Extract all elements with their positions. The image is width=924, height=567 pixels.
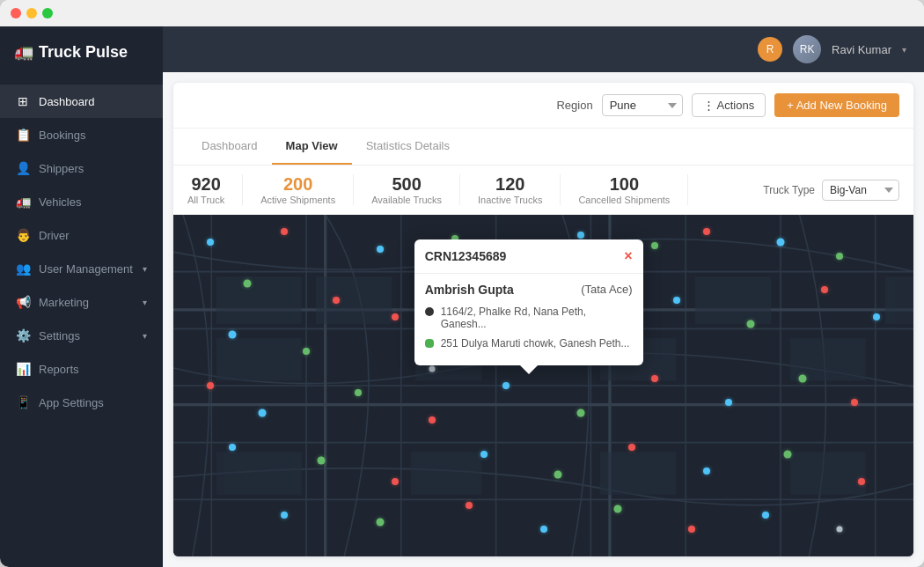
nav-label-bookings: Bookings bbox=[39, 129, 85, 142]
popup-header: CRN12345689 × bbox=[414, 239, 643, 274]
app-body: 🚛 Truck Pulse ⊞ Dashboard 📋 Bookings 👤 S… bbox=[0, 26, 924, 567]
sidebar-item-user-management[interactable]: 👥 User Management ▾ bbox=[0, 252, 163, 285]
map-dot-11[interactable] bbox=[333, 297, 340, 304]
map-dot-49[interactable] bbox=[429, 365, 436, 372]
sidebar-item-bookings[interactable]: 📋 Bookings bbox=[0, 118, 163, 151]
map-dot-32[interactable] bbox=[229, 444, 236, 451]
tab-dashboard[interactable]: Dashboard bbox=[187, 129, 272, 165]
logo-text: Truck Pulse bbox=[39, 43, 128, 62]
map-dot-8[interactable] bbox=[776, 239, 784, 247]
minimize-btn[interactable] bbox=[26, 8, 37, 18]
sidebar-item-reports[interactable]: 📊 Reports bbox=[0, 352, 163, 386]
nav-icon-driver: 👨 bbox=[16, 228, 30, 242]
maximize-btn[interactable] bbox=[42, 8, 53, 18]
map-dot-23[interactable] bbox=[258, 409, 266, 417]
map-container[interactable]: CRN12345689 × Ambrish Gupta (Tata Ace) bbox=[173, 215, 913, 556]
region-select[interactable]: Pune Mumbai Delhi Bangalore bbox=[602, 94, 683, 116]
sidebar-item-vehicles[interactable]: 🚛 Vehicles bbox=[0, 185, 163, 218]
map-dot-26[interactable] bbox=[502, 382, 510, 389]
sidebar-item-shippers[interactable]: 👤 Shippers bbox=[0, 151, 163, 185]
map-dot-14[interactable] bbox=[392, 313, 399, 320]
nav-label-app-settings: App Settings bbox=[39, 396, 104, 409]
actions-label: ⋮ Actions bbox=[703, 99, 755, 112]
all-truck-label: All Truck bbox=[187, 195, 224, 205]
tab-map-view[interactable]: Map View bbox=[272, 129, 352, 165]
popup-close-button[interactable]: × bbox=[624, 248, 632, 264]
actions-button[interactable]: ⋮ Actions bbox=[692, 93, 766, 117]
sidebar-item-marketing[interactable]: 📢 Marketing ▾ bbox=[0, 285, 163, 319]
nav-icon-shippers: 👤 bbox=[16, 161, 30, 175]
map-dot-6[interactable] bbox=[651, 242, 658, 249]
nav-icon-app-settings: 📱 bbox=[16, 395, 30, 409]
app-window: 🚛 Truck Pulse ⊞ Dashboard 📋 Bookings 👤 S… bbox=[0, 0, 924, 567]
map-dot-9[interactable] bbox=[836, 253, 843, 260]
map-dot-34[interactable] bbox=[392, 478, 399, 485]
popup-truck-type: (Tata Ace) bbox=[581, 283, 633, 297]
map-dot-39[interactable] bbox=[784, 450, 792, 458]
map-dot-24[interactable] bbox=[355, 389, 362, 396]
map-dot-44[interactable] bbox=[540, 526, 547, 533]
map-dot-5[interactable] bbox=[577, 232, 584, 239]
inactive-trucks-label: Inactive Trucks bbox=[478, 195, 542, 205]
nav-label-settings: Settings bbox=[39, 329, 80, 342]
map-dot-12[interactable] bbox=[229, 330, 237, 338]
pickup-address-text: 1164/2, Phalke Rd, Nana Peth, Ganesh... bbox=[441, 306, 633, 330]
nav-label-driver: Driver bbox=[39, 229, 70, 242]
map-dot-38[interactable] bbox=[703, 468, 710, 475]
sidebar-item-settings[interactable]: ⚙️ Settings ▾ bbox=[0, 319, 163, 352]
map-dot-21[interactable] bbox=[873, 313, 880, 320]
map-dot-20[interactable] bbox=[821, 286, 828, 293]
map-dot-42[interactable] bbox=[377, 519, 385, 526]
map-dot-2[interactable] bbox=[377, 246, 384, 253]
map-dot-22[interactable] bbox=[207, 382, 214, 389]
map-dot-33[interactable] bbox=[318, 457, 326, 465]
nav-icon-user-management: 👥 bbox=[16, 261, 30, 276]
map-dot-10[interactable] bbox=[244, 279, 252, 287]
nav-icon-vehicles: 🚛 bbox=[16, 195, 30, 209]
map-dot-0[interactable] bbox=[207, 239, 214, 246]
map-dot-1[interactable] bbox=[281, 228, 288, 235]
map-dot-43[interactable] bbox=[466, 502, 473, 509]
tab-statistics-details[interactable]: Statistics Details bbox=[352, 129, 464, 165]
sidebar: 🚛 Truck Pulse ⊞ Dashboard 📋 Bookings 👤 S… bbox=[0, 26, 163, 567]
map-dot-48[interactable] bbox=[836, 526, 842, 532]
user-avatar[interactable]: RK bbox=[793, 35, 821, 63]
map-dot-41[interactable] bbox=[281, 512, 288, 519]
truck-type-select[interactable]: Big-Van Mini-Truck Tata Ace Container bbox=[822, 180, 899, 201]
map-dot-27[interactable] bbox=[576, 409, 584, 417]
inactive-trucks-number: 120 bbox=[495, 174, 524, 195]
close-btn[interactable] bbox=[11, 8, 21, 18]
map-dot-35[interactable] bbox=[480, 451, 488, 458]
logo-icon: 🚛 bbox=[14, 42, 33, 62]
map-dot-25[interactable] bbox=[429, 416, 436, 423]
sidebar-item-driver[interactable]: 👨 Driver bbox=[0, 218, 163, 252]
map-dot-37[interactable] bbox=[628, 444, 635, 451]
map-dot-19[interactable] bbox=[746, 320, 754, 328]
active-shipments-label: Active Shipments bbox=[260, 195, 335, 205]
map-dot-30[interactable] bbox=[798, 375, 806, 383]
map-dot-46[interactable] bbox=[688, 526, 695, 533]
map-dot-45[interactable] bbox=[613, 504, 621, 512]
nav-chevron-settings: ▾ bbox=[143, 331, 147, 341]
header-chevron-icon[interactable]: ▾ bbox=[902, 45, 906, 55]
stat-inactive-trucks: 120 Inactive Trucks bbox=[460, 174, 561, 205]
avatar-initials: RK bbox=[800, 43, 815, 55]
map-dot-36[interactable] bbox=[554, 470, 562, 478]
map-dot-47[interactable] bbox=[762, 512, 769, 519]
top-header: R RK Ravi Kumar ▾ bbox=[163, 26, 924, 72]
add-booking-button[interactable]: + Add New Booking bbox=[774, 93, 899, 117]
sidebar-item-app-settings[interactable]: 📱 App Settings bbox=[0, 386, 163, 419]
available-trucks-number: 500 bbox=[392, 174, 421, 195]
dropoff-dot-icon bbox=[425, 339, 434, 348]
map-dot-28[interactable] bbox=[651, 375, 658, 382]
map-dot-40[interactable] bbox=[858, 478, 865, 485]
map-dot-29[interactable] bbox=[725, 399, 732, 406]
sidebar-item-dashboard[interactable]: ⊞ Dashboard bbox=[0, 85, 163, 118]
map-dot-7[interactable] bbox=[703, 228, 710, 235]
map-dot-13[interactable] bbox=[303, 348, 310, 355]
map-dot-18[interactable] bbox=[673, 297, 680, 304]
nav-label-vehicles: Vehicles bbox=[39, 195, 81, 209]
sidebar-nav: ⊞ Dashboard 📋 Bookings 👤 Shippers 🚛 Vehi… bbox=[0, 77, 163, 567]
header-username: Ravi Kumar bbox=[832, 43, 891, 56]
map-dot-31[interactable] bbox=[851, 399, 858, 406]
